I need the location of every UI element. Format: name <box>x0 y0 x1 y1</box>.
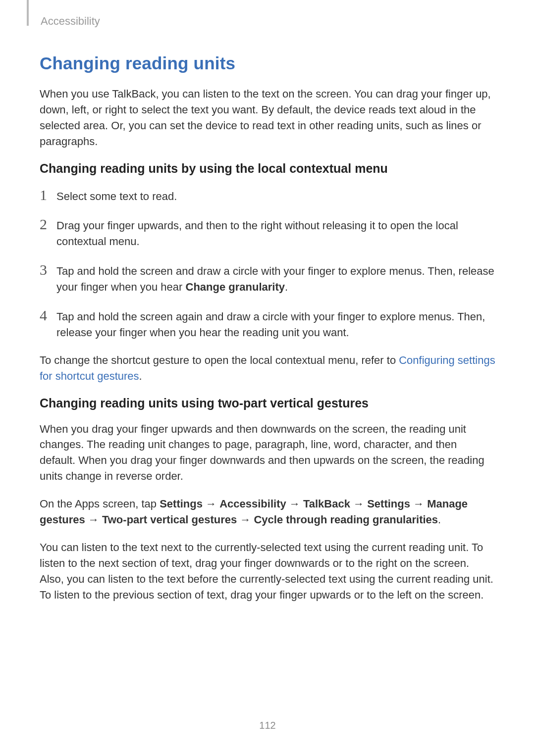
step-text: Tap and hold the screen and draw a circl… <box>56 261 495 295</box>
step-item: 4 Tap and hold the screen again and draw… <box>40 307 495 341</box>
path-settings2: Settings <box>367 498 410 510</box>
step-text: Select some text to read. <box>56 187 177 204</box>
path-accessibility: Accessibility <box>219 498 286 510</box>
step-text-after: . <box>285 281 288 293</box>
steps-list: 1 Select some text to read. 2 Drag your … <box>40 187 495 341</box>
path-settings: Settings <box>160 498 203 510</box>
section2-p3: You can listen to the text next to the c… <box>40 540 495 603</box>
step-number: 1 <box>40 187 56 203</box>
intro-paragraph: When you use TalkBack, you can listen to… <box>40 86 495 150</box>
path-arrow: → <box>237 513 254 526</box>
path-two-part: Two-part vertical gestures <box>102 513 237 526</box>
path-arrow: → <box>85 513 102 526</box>
footnote-paragraph: To change the shortcut gesture to open t… <box>40 353 495 384</box>
step-number: 2 <box>40 216 56 232</box>
side-rule <box>27 0 29 26</box>
section-heading-two-part: Changing reading units using two-part ve… <box>40 396 495 410</box>
page: Accessibility Changing reading units Whe… <box>0 0 535 756</box>
page-number: 112 <box>0 720 535 731</box>
path-arrow: → <box>203 498 219 510</box>
step-text: Drag your finger upwards, and then to th… <box>56 216 495 250</box>
header-section-label: Accessibility <box>41 15 100 28</box>
section2-p1: When you drag your finger upwards and th… <box>40 421 495 485</box>
path-arrow: → <box>350 498 367 510</box>
path-arrow: → <box>410 498 427 510</box>
section-heading-local-menu: Changing reading units by using the loca… <box>40 161 495 176</box>
footnote-before: To change the shortcut gesture to open t… <box>40 354 399 366</box>
path-end: . <box>438 513 441 526</box>
step-number: 4 <box>40 307 56 323</box>
page-title: Changing reading units <box>40 53 495 73</box>
step-number: 3 <box>40 261 56 278</box>
path-lead: On the Apps screen, tap <box>40 498 160 510</box>
footnote-after: . <box>139 370 142 382</box>
section2-path: On the Apps screen, tap Settings → Acces… <box>40 496 495 528</box>
step-item: 2 Drag your finger upwards, and then to … <box>40 216 495 250</box>
step-item: 1 Select some text to read. <box>40 187 495 204</box>
step-item: 3 Tap and hold the screen and draw a cir… <box>40 261 495 295</box>
step-text-bold: Change granularity <box>186 281 285 293</box>
step-text: Tap and hold the screen again and draw a… <box>56 307 495 341</box>
content: Changing reading units When you use Talk… <box>40 0 495 603</box>
path-arrow: → <box>286 498 303 510</box>
path-talkback: TalkBack <box>303 498 350 510</box>
path-cycle: Cycle through reading granularities <box>254 513 438 526</box>
